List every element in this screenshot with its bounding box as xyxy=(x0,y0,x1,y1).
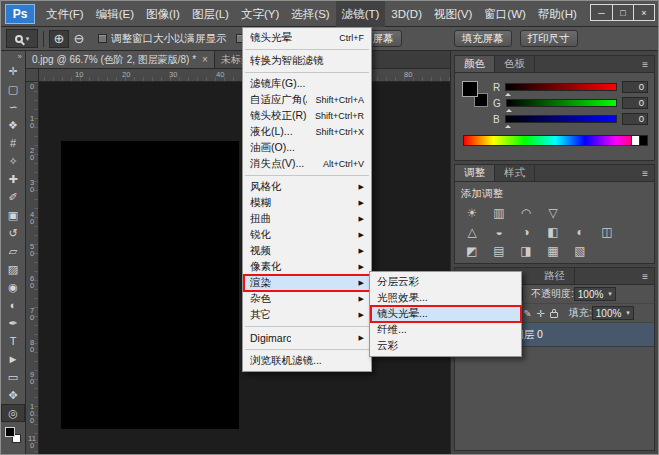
blue-value-field[interactable]: 0 xyxy=(622,113,648,125)
close-icon[interactable]: × xyxy=(202,54,208,65)
menu-item-pixelate[interactable]: 像素化 ▶ xyxy=(243,259,371,275)
zoom-out-button[interactable]: ⊖ xyxy=(69,30,89,48)
green-slider[interactable] xyxy=(506,99,617,107)
color-spectrum-ramp[interactable] xyxy=(463,135,648,146)
healing-brush-tool[interactable]: ✚ xyxy=(1,170,25,188)
fill-select[interactable]: 100% ▾ xyxy=(592,306,634,320)
lock-position-icon[interactable]: ✛ xyxy=(534,308,547,319)
curves-icon[interactable]: ◠ xyxy=(514,204,538,221)
menu-item-other[interactable]: 其它 ▶ xyxy=(243,307,371,323)
menu-item-filter-gallery[interactable]: 滤镜库(G)... xyxy=(243,76,371,92)
gradient-tool[interactable]: ▨ xyxy=(1,260,25,278)
opacity-select[interactable]: 100% ▾ xyxy=(574,287,616,301)
clone-stamp-tool[interactable]: ▣ xyxy=(1,206,25,224)
submenu-item-lighting-effects[interactable]: 光照效果... xyxy=(370,290,521,306)
exposure-icon[interactable]: ▽ xyxy=(541,204,565,221)
lasso-tool[interactable]: ∽ xyxy=(1,98,25,116)
lock-pixels-icon[interactable]: ✎ xyxy=(521,308,534,319)
white-cell[interactable] xyxy=(631,136,639,145)
toolbox-collapse-icon[interactable]: » xyxy=(1,51,25,62)
menu-item-convert-smart-filters[interactable]: 转换为智能滤镜 xyxy=(243,53,371,69)
submenu-item-fibers[interactable]: 纤维... xyxy=(370,322,521,338)
menu-item-lens-correction[interactable]: 镜头校正(R)... Shift+Ctrl+R xyxy=(243,108,371,124)
selective-color-icon[interactable]: ▧ xyxy=(568,242,592,259)
brush-tool[interactable]: ✐ xyxy=(1,188,25,206)
eyedropper-tool[interactable]: ✧ xyxy=(1,152,25,170)
vibrance-icon[interactable]: △ xyxy=(460,223,484,240)
menu-item-oil-paint[interactable]: 油画(O)... xyxy=(243,140,371,156)
close-button[interactable]: × xyxy=(633,5,654,20)
minimize-button[interactable]: ─ xyxy=(591,5,612,20)
menu-item-blur[interactable]: 模糊 ▶ xyxy=(243,195,371,211)
menu-window[interactable]: 窗口(W) xyxy=(478,1,532,27)
lock-all-icon[interactable] xyxy=(550,312,558,318)
menu-item-stylize[interactable]: 风格化 ▶ xyxy=(243,179,371,195)
black-cell[interactable] xyxy=(639,136,647,145)
menu-file[interactable]: 文件(F) xyxy=(40,1,90,27)
submenu-item-lens-flare[interactable]: 镜头光晕... xyxy=(370,306,521,322)
gradient-map-icon[interactable]: ▦ xyxy=(541,242,565,259)
menu-item-liquify[interactable]: 液化(L)... Shift+Ctrl+X xyxy=(243,124,371,140)
tab-adjustments[interactable]: 调整 xyxy=(455,165,495,181)
foreground-color-swatch[interactable] xyxy=(5,427,15,437)
crop-tool[interactable]: # xyxy=(1,134,25,152)
zoom-tool-preset[interactable]: ▾ xyxy=(6,29,38,48)
menu-item-vanishing-point[interactable]: 消失点(V)... Alt+Ctrl+V xyxy=(243,156,371,172)
green-value-field[interactable]: 0 xyxy=(622,97,648,109)
move-tool[interactable]: ✛ xyxy=(1,62,25,80)
fill-screen-button[interactable]: 填充屏幕 xyxy=(454,30,512,47)
zoom-tool[interactable]: ◎ xyxy=(1,404,25,422)
threshold-icon[interactable]: ◨ xyxy=(514,242,538,259)
red-slider[interactable] xyxy=(505,83,617,91)
menu-item-sharpen[interactable]: 锐化 ▶ xyxy=(243,227,371,243)
foreground-color-swatch[interactable] xyxy=(462,81,478,97)
menu-filter[interactable]: 滤镜(T) xyxy=(336,1,386,27)
menu-type[interactable]: 文字(Y) xyxy=(235,1,285,27)
print-size-button[interactable]: 打印尺寸 xyxy=(520,30,578,47)
brightness-contrast-icon[interactable]: ☀ xyxy=(460,204,484,221)
panel-menu-icon[interactable]: ≡ xyxy=(636,165,654,181)
invert-icon[interactable]: ◩ xyxy=(460,242,484,259)
blur-tool[interactable]: ◉ xyxy=(1,278,25,296)
red-value-field[interactable]: 0 xyxy=(622,81,648,93)
menu-3d[interactable]: 3D(D) xyxy=(385,1,428,27)
menu-view[interactable]: 视图(V) xyxy=(428,1,478,27)
menu-help[interactable]: 帮助(H) xyxy=(532,1,583,27)
panel-menu-icon[interactable]: ≡ xyxy=(636,56,654,72)
foreground-background-swatch[interactable] xyxy=(4,426,22,444)
marquee-tool[interactable]: ▢ xyxy=(1,80,25,98)
tab-paths[interactable]: 路径 xyxy=(535,268,575,284)
hand-tool[interactable]: ✥ xyxy=(1,386,25,404)
menu-item-adaptive-wide-angle[interactable]: 自适应广角(A)... Shift+Ctrl+A xyxy=(243,92,371,108)
photo-filter-icon[interactable]: ◐ xyxy=(568,223,592,240)
checkbox-icon[interactable] xyxy=(98,34,107,43)
menu-select[interactable]: 选择(S) xyxy=(285,1,335,27)
eraser-tool[interactable]: ▱ xyxy=(1,242,25,260)
menu-item-render[interactable]: 渲染 ▶ 分层云彩 光照效果... 镜头光晕... 纤维... xyxy=(243,275,371,291)
shape-tool[interactable]: ▭ xyxy=(1,368,25,386)
menu-item-distort[interactable]: 扭曲 ▶ xyxy=(243,211,371,227)
zoom-in-button[interactable]: ⊕ xyxy=(49,30,69,48)
menu-item-lens-flare-recent[interactable]: 镜头光晕 Ctrl+F xyxy=(243,30,371,46)
panel-menu-icon[interactable]: ≡ xyxy=(636,268,654,284)
menu-item-noise[interactable]: 杂色 ▶ xyxy=(243,291,371,307)
color-swatches[interactable] xyxy=(462,81,488,107)
canvas-image[interactable] xyxy=(61,141,239,429)
menu-item-video[interactable]: 视频 ▶ xyxy=(243,243,371,259)
tab-swatches[interactable]: 色板 xyxy=(495,56,535,72)
color-balance-icon[interactable]: ◑ xyxy=(514,223,538,240)
quick-selection-tool[interactable]: ❖ xyxy=(1,116,25,134)
submenu-item-clouds[interactable]: 云彩 xyxy=(370,338,521,354)
channel-mixer-icon[interactable]: ◫ xyxy=(595,223,619,240)
dodge-tool[interactable]: ◐ xyxy=(1,296,25,314)
history-brush-tool[interactable]: ↺ xyxy=(1,224,25,242)
black-white-icon[interactable]: ◧ xyxy=(541,223,565,240)
menu-layer[interactable]: 图层(L) xyxy=(186,1,235,27)
tab-color[interactable]: 颜色 xyxy=(455,56,495,72)
hue-saturation-icon[interactable]: ◒ xyxy=(487,223,511,240)
tab-styles[interactable]: 样式 xyxy=(495,165,535,181)
menu-image[interactable]: 图像(I) xyxy=(140,1,186,27)
resize-windows-checkbox[interactable]: 调整窗口大小以满屏显示 xyxy=(98,32,227,46)
posterize-icon[interactable]: ▤ xyxy=(487,242,511,259)
document-tab-active[interactable]: 0.jpg @ 66.7% (色阶 2, 图层蒙版/8) * × xyxy=(26,51,215,68)
